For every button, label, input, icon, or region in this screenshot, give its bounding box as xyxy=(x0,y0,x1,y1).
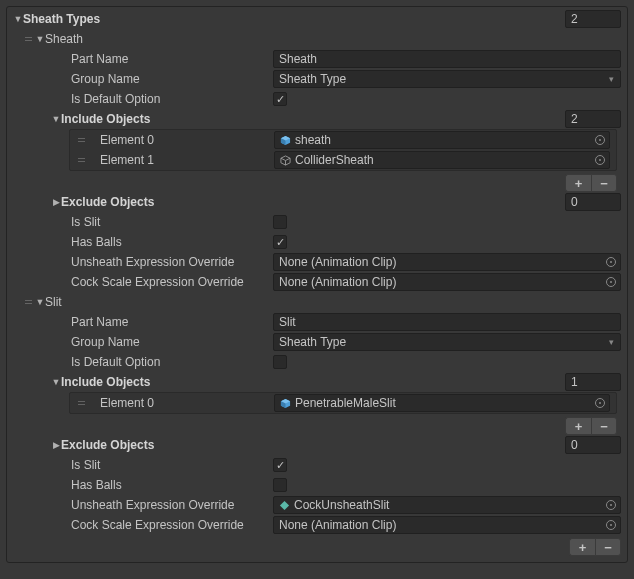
has-balls-checkbox[interactable] xyxy=(273,478,287,492)
header-title: Sheath Types xyxy=(23,12,100,26)
list-item[interactable]: Element 1 ColliderSheath xyxy=(70,150,616,170)
array-footer-buttons: + − xyxy=(7,535,627,556)
is-default-checkbox[interactable]: ✓ xyxy=(273,92,287,106)
sheath-types-header[interactable]: ▼ Sheath Types 2 xyxy=(7,9,627,29)
remove-button[interactable]: − xyxy=(591,417,617,435)
object-field[interactable]: PenetrableMaleSlit xyxy=(274,394,610,412)
group-name-dropdown[interactable]: Sheath Type xyxy=(273,70,621,88)
field-label: Group Name xyxy=(71,335,140,349)
is-slit-row: Is Slit xyxy=(7,212,627,232)
field-label: Part Name xyxy=(71,315,128,329)
foldout-icon[interactable]: ▼ xyxy=(35,34,45,44)
is-default-row: Is Default Option ✓ xyxy=(7,89,627,109)
add-button[interactable]: + xyxy=(569,538,595,556)
field-label: Is Slit xyxy=(71,458,100,472)
is-default-checkbox[interactable] xyxy=(273,355,287,369)
group-name-row: Group Name Sheath Type xyxy=(7,69,627,89)
scale-override-row: Cock Scale Expression Override None (Ani… xyxy=(7,515,627,535)
is-default-row: Is Default Option xyxy=(7,352,627,372)
foldout-icon[interactable]: ▼ xyxy=(51,377,61,387)
foldout-icon[interactable]: ▼ xyxy=(13,14,23,24)
remove-button[interactable]: − xyxy=(595,538,621,556)
object-picker-icon[interactable] xyxy=(606,257,616,267)
array-size-field[interactable]: 0 xyxy=(565,436,621,454)
object-picker-icon[interactable] xyxy=(606,520,616,530)
add-button[interactable]: + xyxy=(565,174,591,192)
include-list-buttons: + − xyxy=(7,414,627,435)
is-slit-checkbox[interactable] xyxy=(273,215,287,229)
svg-marker-0 xyxy=(280,500,289,509)
object-field[interactable]: sheath xyxy=(274,131,610,149)
part-name-row: Part Name Slit xyxy=(7,312,627,332)
drag-handle-icon[interactable] xyxy=(76,401,86,405)
field-label: Is Default Option xyxy=(71,355,160,369)
array-size-field[interactable]: 1 xyxy=(565,373,621,391)
array-size-field[interactable]: 0 xyxy=(565,193,621,211)
include-objects-list: Element 0 sheath Element 1 ColliderSheat… xyxy=(69,129,617,171)
array-size-field[interactable]: 2 xyxy=(565,110,621,128)
foldout-icon[interactable]: ▶ xyxy=(51,197,61,207)
object-field[interactable]: CockUnsheathSlit xyxy=(273,496,621,514)
list-item[interactable]: Element 0 PenetrableMaleSlit xyxy=(70,393,616,413)
field-label: Cock Scale Expression Override xyxy=(71,518,244,532)
field-label: Include Objects xyxy=(61,112,150,126)
field-label: Include Objects xyxy=(61,375,150,389)
array-item-header[interactable]: ▼ Sheath xyxy=(7,29,627,49)
object-field[interactable]: None (Animation Clip) xyxy=(273,253,621,271)
field-label: Exclude Objects xyxy=(61,438,154,452)
field-label: Is Default Option xyxy=(71,92,160,106)
drag-handle-icon[interactable] xyxy=(23,300,33,304)
field-label: Element 0 xyxy=(100,133,154,147)
add-button[interactable]: + xyxy=(565,417,591,435)
array-item-header[interactable]: ▼ Slit xyxy=(7,292,627,312)
unsheath-override-row: Unsheath Expression Override None (Anima… xyxy=(7,252,627,272)
field-label: Has Balls xyxy=(71,478,122,492)
include-objects-list: Element 0 PenetrableMaleSlit xyxy=(69,392,617,414)
field-label: Part Name xyxy=(71,52,128,66)
part-name-input[interactable]: Sheath xyxy=(273,50,621,68)
foldout-icon[interactable]: ▶ xyxy=(51,440,61,450)
has-balls-checkbox[interactable]: ✓ xyxy=(273,235,287,249)
include-list-buttons: + − xyxy=(7,171,627,192)
field-label: Has Balls xyxy=(71,235,122,249)
foldout-icon[interactable]: ▼ xyxy=(51,114,61,124)
drag-handle-icon[interactable] xyxy=(23,37,33,41)
array-size-field[interactable]: 2 xyxy=(565,10,621,28)
group-name-dropdown[interactable]: Sheath Type xyxy=(273,333,621,351)
list-item[interactable]: Element 0 sheath xyxy=(70,130,616,150)
include-objects-header[interactable]: ▼ Include Objects 1 xyxy=(7,372,627,392)
object-picker-icon[interactable] xyxy=(595,155,605,165)
exclude-objects-header[interactable]: ▶ Exclude Objects 0 xyxy=(7,435,627,455)
field-label: Unsheath Expression Override xyxy=(71,498,234,512)
field-label: Element 1 xyxy=(100,153,154,167)
object-field[interactable]: ColliderSheath xyxy=(274,151,610,169)
drag-handle-icon[interactable] xyxy=(76,158,86,162)
unsheath-override-row: Unsheath Expression Override CockUnsheat… xyxy=(7,495,627,515)
item-name: Slit xyxy=(45,295,62,309)
field-label: Is Slit xyxy=(71,215,100,229)
object-field[interactable]: None (Animation Clip) xyxy=(273,273,621,291)
exclude-objects-header[interactable]: ▶ Exclude Objects 0 xyxy=(7,192,627,212)
is-slit-row: Is Slit ✓ xyxy=(7,455,627,475)
field-label: Exclude Objects xyxy=(61,195,154,209)
drag-handle-icon[interactable] xyxy=(76,138,86,142)
field-label: Unsheath Expression Override xyxy=(71,255,234,269)
field-label: Group Name xyxy=(71,72,140,86)
remove-button[interactable]: − xyxy=(591,174,617,192)
group-name-row: Group Name Sheath Type xyxy=(7,332,627,352)
object-picker-icon[interactable] xyxy=(595,398,605,408)
object-picker-icon[interactable] xyxy=(606,277,616,287)
object-field[interactable]: None (Animation Clip) xyxy=(273,516,621,534)
scale-override-row: Cock Scale Expression Override None (Ani… xyxy=(7,272,627,292)
part-name-input[interactable]: Slit xyxy=(273,313,621,331)
field-label: Element 0 xyxy=(100,396,154,410)
is-slit-checkbox[interactable]: ✓ xyxy=(273,458,287,472)
object-picker-icon[interactable] xyxy=(606,500,616,510)
has-balls-row: Has Balls xyxy=(7,475,627,495)
item-name: Sheath xyxy=(45,32,83,46)
object-picker-icon[interactable] xyxy=(595,135,605,145)
include-objects-header[interactable]: ▼ Include Objects 2 xyxy=(7,109,627,129)
has-balls-row: Has Balls ✓ xyxy=(7,232,627,252)
foldout-icon[interactable]: ▼ xyxy=(35,297,45,307)
field-label: Cock Scale Expression Override xyxy=(71,275,244,289)
